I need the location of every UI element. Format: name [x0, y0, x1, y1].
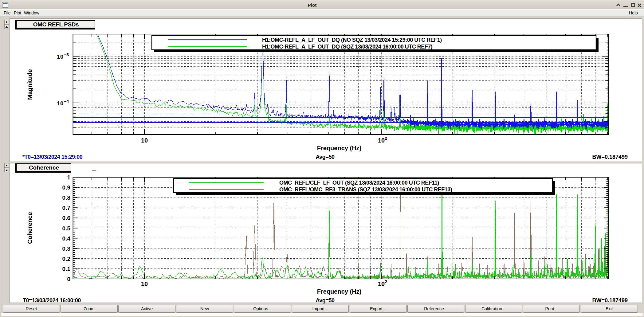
svg-text:Coherence: Coherence — [26, 212, 33, 244]
svg-text:H1:OMC-REFL_A_LF_OUT_DQ (NO SQ: H1:OMC-REFL_A_LF_OUT_DQ (NO SQZ 13/03/20… — [262, 37, 442, 43]
svg-text:OMC_REFL/CLF_LF_OUT (SQZ 13/03: OMC_REFL/CLF_LF_OUT (SQZ 13/03/2024 16:0… — [279, 180, 439, 186]
svg-text:102: 102 — [378, 136, 387, 144]
svg-text:0.3: 0.3 — [62, 245, 70, 252]
svg-text:0.9: 0.9 — [62, 184, 70, 191]
svg-text:Avg=50: Avg=50 — [316, 297, 335, 303]
svg-text:0.5: 0.5 — [62, 225, 71, 232]
svg-text:−4: −4 — [64, 99, 69, 104]
svg-text:10: 10 — [141, 280, 148, 287]
svg-text:T0=13/03/2024 16:00:00: T0=13/03/2024 16:00:00 — [23, 297, 81, 303]
svg-text:OMC_REFL/OMC_RF3_TRANS (SQZ 13: OMC_REFL/OMC_RF3_TRANS (SQZ 13/03/2024 1… — [279, 186, 452, 193]
svg-text:0.4: 0.4 — [62, 235, 71, 242]
svg-text:0.6: 0.6 — [62, 215, 70, 221]
svg-text:*T0=13/03/2024 15:29:00: *T0=13/03/2024 15:29:00 — [22, 154, 83, 160]
svg-text:Frequency (Hz): Frequency (Hz) — [317, 288, 361, 295]
svg-text:BW=0.187499: BW=0.187499 — [592, 297, 628, 303]
svg-text:Avg=50: Avg=50 — [316, 154, 335, 160]
svg-text:102: 102 — [378, 279, 387, 287]
svg-text:OMC REFL PSDs: OMC REFL PSDs — [33, 21, 79, 28]
svg-text:10: 10 — [57, 100, 63, 107]
svg-text:0.8: 0.8 — [62, 194, 70, 201]
svg-text:1: 1 — [67, 174, 70, 181]
svg-text:Frequency (Hz): Frequency (Hz) — [317, 145, 361, 151]
svg-text:BW=0.187499: BW=0.187499 — [592, 154, 628, 160]
svg-text:0.1: 0.1 — [62, 266, 71, 272]
svg-text:Magnitude: Magnitude — [26, 69, 33, 100]
svg-text:0.7: 0.7 — [62, 205, 70, 211]
svg-text:Coherence: Coherence — [29, 164, 59, 171]
svg-text:H1:OMC-REFL_A_LF_OUT_DQ (SQZ 1: H1:OMC-REFL_A_LF_OUT_DQ (SQZ 13/03/2024 … — [262, 44, 433, 50]
svg-text:0: 0 — [67, 276, 70, 282]
svg-text:10: 10 — [57, 53, 63, 60]
svg-text:0.2: 0.2 — [62, 256, 70, 262]
svg-text:−3: −3 — [64, 52, 69, 57]
svg-text:10: 10 — [141, 137, 148, 144]
